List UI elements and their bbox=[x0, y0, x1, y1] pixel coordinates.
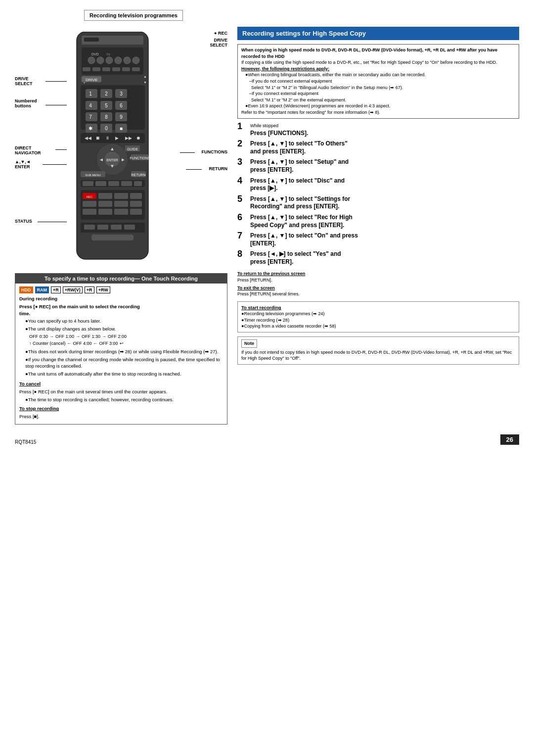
step-5-text: Press [▲, ▼] to select "Settings forReco… bbox=[250, 195, 350, 210]
functions-line bbox=[180, 152, 195, 153]
svg-text:⏹: ⏹ bbox=[95, 136, 100, 141]
step-4-text: Press [▲, ▼] to select "Disc" andpress [… bbox=[250, 177, 345, 192]
during-recording-label: During recording bbox=[19, 295, 223, 302]
svg-text:⏺: ⏺ bbox=[136, 136, 140, 141]
drive-select-top-label: DRIVESELECT bbox=[210, 38, 227, 47]
svg-text:⏸: ⏸ bbox=[105, 136, 110, 141]
page-footer: RQT8415 26 bbox=[15, 434, 519, 445]
svg-text:7: 7 bbox=[89, 114, 92, 120]
section-header: Recording television programmes bbox=[84, 10, 183, 21]
svg-text:REC: REC bbox=[87, 195, 93, 198]
svg-text:TV: TV bbox=[106, 53, 110, 56]
svg-text:SUB MENU: SUB MENU bbox=[85, 174, 101, 177]
to-exit-text: Press [RETURN] several times. bbox=[237, 291, 519, 297]
off400: OFF 4:00 bbox=[73, 340, 92, 347]
remote-illustration: DVD TV ▲ bbox=[15, 27, 227, 269]
svg-point-7 bbox=[97, 57, 104, 64]
direct-navigator-line bbox=[55, 149, 67, 150]
arrow4: ← bbox=[67, 340, 72, 347]
bullet5-text: ●The unit turns off automatically after … bbox=[25, 371, 223, 378]
bullet3-text: ●This does not work during timer recordi… bbox=[25, 348, 223, 355]
to-cancel-text: Press [● REC] on the main unit several t… bbox=[19, 388, 223, 395]
step-6-num: 6 bbox=[237, 213, 250, 222]
svg-text:9: 9 bbox=[120, 114, 123, 120]
step-3-text: Press [▲, ▼] to select "Setup" andpress … bbox=[250, 158, 349, 173]
svg-text:▼: ▼ bbox=[143, 81, 147, 84]
otr-box-header: To specify a time to stop recording— One… bbox=[15, 274, 227, 284]
step-1-num: 1 bbox=[237, 122, 250, 131]
svg-text:►: ► bbox=[121, 157, 126, 162]
svg-text:DRIVE: DRIVE bbox=[86, 78, 97, 82]
svg-rect-80 bbox=[98, 193, 112, 199]
step-2-num: 2 bbox=[237, 139, 250, 148]
to-start-item3: ●Copying from a video cassette recorder … bbox=[241, 323, 515, 330]
to-start-box: To start recording ●Recording television… bbox=[237, 301, 519, 332]
svg-text:RETURN: RETURN bbox=[131, 173, 145, 177]
svg-text:◀◀: ◀◀ bbox=[85, 136, 91, 141]
off100: OFF 1:00 bbox=[55, 333, 74, 340]
svg-text:▼: ▼ bbox=[110, 163, 115, 169]
step-4-content: Press [▲, ▼] to select "Disc" andpress [… bbox=[250, 177, 519, 192]
svg-rect-85 bbox=[114, 201, 128, 207]
warning-bold-line: When copying in high speed mode to DVD-R… bbox=[241, 47, 515, 59]
svg-rect-83 bbox=[83, 201, 96, 207]
svg-rect-73 bbox=[95, 181, 106, 186]
bullet1-text: ●You can specify up to 4 hours later. bbox=[25, 318, 223, 325]
svg-text:0: 0 bbox=[105, 126, 108, 131]
return-arrow: ↩ bbox=[120, 340, 124, 347]
disc-label-plusrw: +RW bbox=[96, 286, 110, 293]
svg-text:4: 4 bbox=[89, 103, 92, 108]
note-box-header: Note bbox=[241, 339, 257, 348]
svg-rect-86 bbox=[130, 201, 142, 207]
disc-label-plusr: +R bbox=[51, 286, 61, 293]
svg-rect-14 bbox=[102, 67, 110, 71]
arrows-enter-label: ▲,▼,◄ENTER bbox=[15, 159, 31, 169]
press-rec-instruction: Press [● REC] on the main unit to select… bbox=[19, 303, 223, 317]
to-stop-section: To stop recording Press [■]. bbox=[19, 405, 223, 420]
disc-label-plusr2: +R bbox=[85, 286, 94, 293]
steps-list: 1 While stopped Press [FUNCTIONS]. 2 Pre… bbox=[237, 123, 519, 266]
step-8: 8 Press [◄, ▶] to select "Yes" andpress … bbox=[237, 250, 519, 266]
step-7-num: 7 bbox=[237, 231, 250, 240]
svg-text:ENTER: ENTER bbox=[106, 158, 118, 162]
svg-text:2: 2 bbox=[105, 91, 108, 96]
to-stop-label: To stop recording bbox=[19, 405, 223, 412]
step-5-content: Press [▲, ▼] to select "Settings forReco… bbox=[250, 195, 519, 211]
timing-display: OFF 0:30 → OFF 1:00 → OFF 1:30 → OFF 2:0… bbox=[29, 333, 223, 347]
step-2-content: Press [▲, ▼] to select "To Others"and pr… bbox=[250, 140, 519, 155]
svg-rect-90 bbox=[130, 209, 142, 215]
svg-rect-15 bbox=[112, 67, 120, 71]
step-8-num: 8 bbox=[237, 249, 250, 258]
svg-text:■: ■ bbox=[120, 126, 123, 131]
otr-box: To specify a time to stop recording— One… bbox=[15, 273, 227, 425]
step-4: 4 Press [▲, ▼] to select "Disc" andpress… bbox=[237, 177, 519, 192]
step-6-content: Press [▲, ▼] to select "Rec for HighSpee… bbox=[250, 214, 519, 229]
step-1-content: While stopped Press [FUNCTIONS]. bbox=[250, 123, 519, 138]
numbered-buttons-label: Numberedbuttons bbox=[15, 98, 37, 108]
to-stop-text: Press [■]. bbox=[19, 413, 223, 420]
svg-rect-87 bbox=[83, 209, 96, 215]
svg-rect-2 bbox=[84, 38, 99, 42]
svg-text:◄: ◄ bbox=[99, 157, 104, 162]
step-3-content: Press [▲, ▼] to select "Setup" andpress … bbox=[250, 158, 519, 174]
svg-rect-76 bbox=[134, 181, 142, 186]
warning-sub1c: –If you connect external equipment bbox=[249, 91, 515, 97]
arrow3: → bbox=[102, 333, 106, 340]
otr-body-text: During recording Press [● REC] on the ma… bbox=[19, 295, 223, 420]
svg-rect-84 bbox=[98, 201, 112, 207]
otr-box-body: HDD RAM +R +RW(V) +R +RW During recordin… bbox=[15, 284, 227, 424]
return-label: RETURN bbox=[209, 166, 228, 171]
to-return-label: To return to the previous screen bbox=[237, 271, 519, 277]
warning-bullet2: ●Even 16:9 aspect (Widescreen) programme… bbox=[245, 103, 515, 109]
svg-rect-13 bbox=[92, 67, 100, 71]
svg-text:6: 6 bbox=[120, 103, 123, 108]
drive-select-left-label: DRIVESELECT bbox=[15, 76, 33, 86]
to-start-label: To start recording bbox=[241, 304, 515, 311]
left-column: DVD TV ▲ bbox=[15, 27, 227, 425]
model-number: RQT8415 bbox=[15, 439, 36, 445]
note-box: Note If you do not intend to copy titles… bbox=[237, 336, 519, 365]
remote-svg: DVD TV ▲ bbox=[67, 32, 158, 262]
svg-rect-17 bbox=[132, 67, 140, 71]
svg-rect-96 bbox=[91, 235, 134, 240]
warning-bold-line2: However, the following restrictions appl… bbox=[241, 66, 515, 72]
